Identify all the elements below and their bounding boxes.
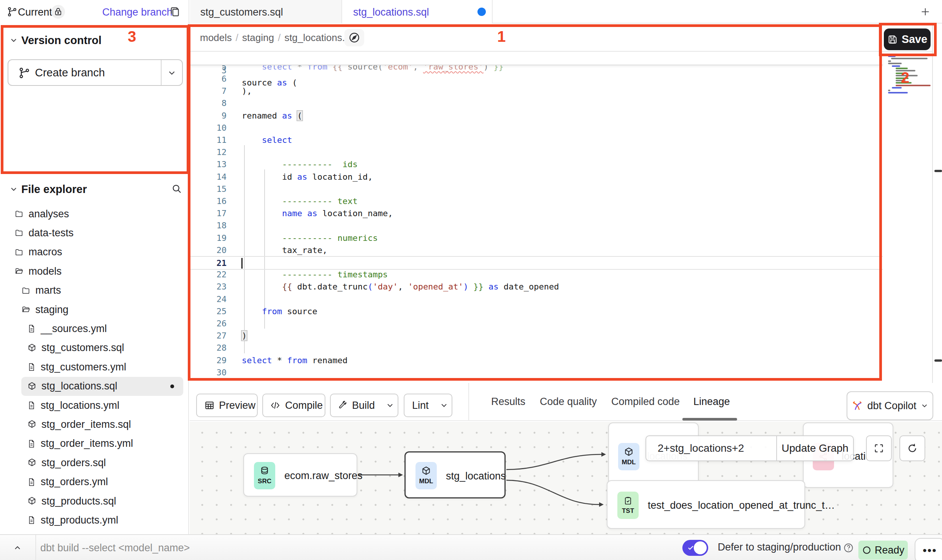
file-item-label: marts bbox=[35, 285, 61, 296]
update-graph-button[interactable]: Update Graph bbox=[777, 436, 853, 460]
file-item-stg_locations.sql[interactable]: stg_locations.sql bbox=[21, 377, 183, 396]
file-item-stg_products.sql[interactable]: stg_products.sql bbox=[3, 492, 186, 511]
code-line-30[interactable]: 30 bbox=[190, 366, 883, 379]
line-number: 18 bbox=[190, 219, 227, 232]
code-line-25[interactable]: 25 from source bbox=[190, 305, 883, 318]
code-line-12[interactable]: 12 bbox=[190, 146, 883, 158]
file-item-__sources.yml[interactable]: __sources.yml bbox=[3, 319, 186, 338]
lineage-node-stg-locations[interactable]: MDL stg_locations bbox=[404, 451, 506, 498]
code-line-26[interactable]: 26 bbox=[190, 317, 883, 330]
lineage-node-ecom-raw-stores[interactable]: SRC ecom.raw_stores bbox=[243, 453, 357, 497]
build-split-button[interactable]: Build bbox=[330, 394, 398, 417]
file-item-stg_customers.sql[interactable]: stg_customers.sql bbox=[3, 339, 186, 358]
code-line-14[interactable]: 14 id as location_id, bbox=[190, 171, 883, 183]
file-item-stg_products.yml[interactable]: stg_products.yml bbox=[3, 511, 186, 530]
code-line-21[interactable]: 21 bbox=[190, 256, 883, 270]
line-number: 15 bbox=[190, 183, 227, 195]
refresh-button[interactable] bbox=[899, 435, 925, 461]
code-line-23[interactable]: 23 {{ dbt.date_trunc('day', 'opened_at')… bbox=[190, 280, 883, 293]
copilot-compass-button[interactable] bbox=[344, 29, 364, 46]
lineage-selector-input[interactable]: 2+stg_locations+2 bbox=[646, 436, 777, 460]
file-item-macros[interactable]: macros bbox=[3, 243, 186, 262]
defer-toggle[interactable] bbox=[682, 540, 708, 556]
code-line-11[interactable]: 11 select bbox=[190, 134, 883, 146]
panel-resize-grip[interactable] bbox=[934, 170, 942, 172]
command-input[interactable]: dbt build --select <model_name> bbox=[40, 542, 190, 554]
help-icon[interactable] bbox=[843, 543, 854, 553]
tab-lineage[interactable]: Lineage bbox=[693, 396, 730, 408]
tab-results[interactable]: Results bbox=[491, 396, 525, 408]
dbt-copilot-button[interactable]: dbt Copilot bbox=[847, 391, 933, 420]
lineage-panel[interactable]: MDL locations locations SRC ecom.raw_sto… bbox=[190, 422, 942, 534]
tab-code-quality[interactable]: Code quality bbox=[540, 396, 597, 408]
search-icon[interactable] bbox=[171, 183, 182, 195]
code-line-9[interactable]: 9renamed as ( bbox=[190, 109, 883, 122]
tab-compiled-code[interactable]: Compiled code bbox=[611, 396, 680, 408]
build-label: Build bbox=[352, 400, 375, 411]
lineage-node-test[interactable]: TST test_does_location_opened_at_trunc_t… bbox=[607, 480, 805, 529]
code-line-10[interactable]: 10 bbox=[190, 122, 883, 134]
panel-resize-grip[interactable] bbox=[934, 359, 942, 362]
unsaved-dot-icon bbox=[477, 8, 486, 16]
save-button[interactable]: Save bbox=[884, 28, 931, 50]
file-item-data-tests[interactable]: data-tests bbox=[3, 223, 186, 242]
code-line-13[interactable]: 13 ---------- ids bbox=[190, 158, 883, 171]
folder-icon bbox=[14, 210, 24, 218]
code-line-8[interactable]: 8 bbox=[190, 97, 883, 109]
preview-button[interactable]: Preview bbox=[196, 394, 258, 417]
file-item-models[interactable]: models bbox=[3, 262, 186, 281]
chevron-down-icon[interactable] bbox=[9, 185, 18, 194]
chevron-up-icon[interactable] bbox=[12, 543, 23, 552]
code-pane[interactable]: 5 select * from {{ source('ecom', 'raw_s… bbox=[190, 52, 883, 383]
minimap-line bbox=[888, 92, 908, 93]
file-item-label: stg_order_items.yml bbox=[41, 438, 133, 449]
tab-stg-customers[interactable]: stg_customers.sql bbox=[190, 0, 342, 24]
file-item-stg_orders.sql[interactable]: stg_orders.sql bbox=[3, 453, 186, 472]
file-item-marts[interactable]: marts bbox=[3, 281, 186, 300]
minimap[interactable] bbox=[883, 52, 932, 383]
tab-label: stg_locations.sql bbox=[353, 6, 429, 18]
code-line-24[interactable]: 24 bbox=[190, 293, 883, 305]
minimap-line bbox=[896, 73, 906, 74]
build-dropdown-chevron[interactable] bbox=[381, 401, 399, 410]
chevron-down-icon[interactable] bbox=[9, 36, 18, 45]
file-item-stg_order_items.yml[interactable]: stg_order_items.yml bbox=[3, 434, 186, 453]
file-item-stg_orders.yml[interactable]: stg_orders.yml bbox=[3, 473, 186, 492]
clipboard-check-icon bbox=[623, 496, 633, 506]
lint-dropdown-chevron[interactable] bbox=[435, 401, 453, 410]
doc-icon bbox=[27, 324, 36, 333]
create-branch-label: Create branch bbox=[35, 66, 105, 79]
file-item-label: staging bbox=[35, 304, 68, 316]
create-branch-button[interactable]: Create branch bbox=[8, 59, 183, 86]
file-item-stg_locations.yml[interactable]: stg_locations.yml bbox=[3, 396, 186, 415]
chevron-down-icon[interactable] bbox=[167, 68, 177, 78]
status-badge-ready[interactable]: Ready bbox=[858, 541, 908, 560]
file-item-stg_customers.yml[interactable]: stg_customers.yml bbox=[3, 358, 186, 376]
line-number: 29 bbox=[190, 354, 227, 367]
code-line-29[interactable]: 29select * from renamed bbox=[190, 354, 883, 367]
code-line-17[interactable]: 17 name as location_name, bbox=[190, 207, 883, 220]
code-line-27[interactable]: 27) bbox=[190, 329, 883, 342]
lint-split-button[interactable]: Lint bbox=[404, 394, 452, 417]
code-line-16[interactable]: 16 ---------- text bbox=[190, 195, 883, 207]
file-item-stg_order_items.sql[interactable]: stg_order_items.sql bbox=[3, 415, 186, 434]
new-tab-button[interactable] bbox=[920, 6, 931, 17]
file-item-staging[interactable]: staging bbox=[3, 300, 186, 319]
code-line-20[interactable]: 20 tax_rate, bbox=[190, 244, 883, 256]
compile-button[interactable]: Compile bbox=[262, 394, 325, 417]
more-options-button[interactable]: ••• bbox=[915, 538, 942, 560]
minimap-line bbox=[892, 87, 902, 89]
file-item-analyses[interactable]: analyses bbox=[3, 204, 186, 223]
code-line-28[interactable]: 28 bbox=[190, 342, 883, 354]
fullscreen-button[interactable] bbox=[866, 435, 892, 461]
code-line-15[interactable]: 15 bbox=[190, 183, 883, 195]
change-branch-link[interactable]: Change branch bbox=[102, 6, 173, 18]
copy-icon[interactable] bbox=[169, 6, 181, 18]
code-line-19[interactable]: 19 ---------- numerics bbox=[190, 232, 883, 244]
minimap-line bbox=[896, 68, 908, 69]
minimap-line bbox=[896, 78, 909, 79]
tab-stg-locations[interactable]: stg_locations.sql bbox=[342, 0, 493, 24]
divider bbox=[161, 60, 162, 85]
code-line-22[interactable]: 22 ---------- timestamps bbox=[190, 268, 883, 281]
code-line-18[interactable]: 18 bbox=[190, 219, 883, 232]
